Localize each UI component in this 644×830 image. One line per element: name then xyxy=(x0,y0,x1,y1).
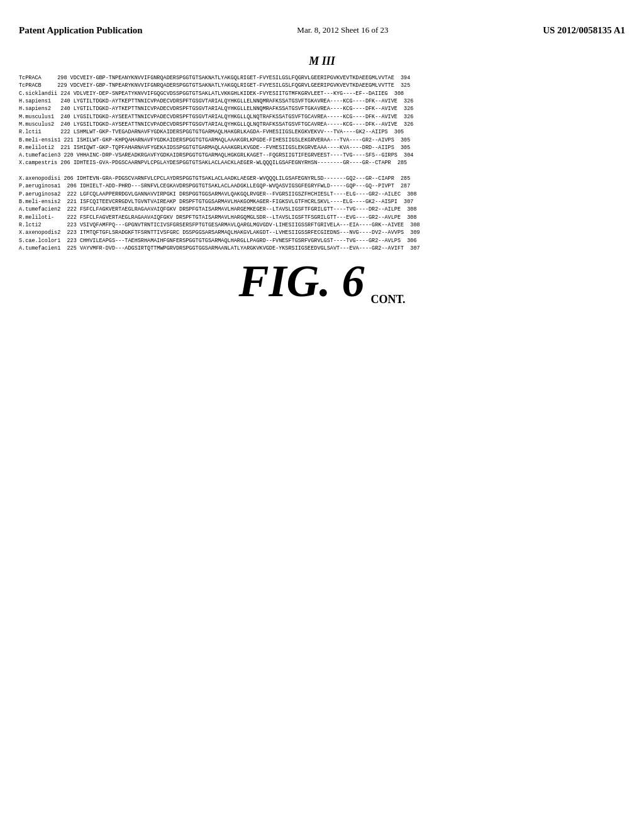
sequence-data: TcPRACA 298 VDCVEIY-GBP-TNPEANYKNVVIFGNR… xyxy=(19,74,625,252)
figure-label-text: FIG. 6 xyxy=(238,258,364,304)
section-title: M III xyxy=(19,55,625,68)
publication-title: Patent Application Publication xyxy=(19,25,143,36)
patent-number: US 2012/0058135 A1 xyxy=(543,25,625,36)
page-container: Patent Application Publication Mar. 8, 2… xyxy=(0,0,644,830)
figure-label-area: FIG. 6 CONT. xyxy=(19,258,625,306)
sheet-info: Mar. 8, 2012 Sheet 16 of 23 xyxy=(297,25,388,35)
page-header: Patent Application Publication Mar. 8, 2… xyxy=(19,25,625,36)
cont-label: CONT. xyxy=(370,293,405,306)
